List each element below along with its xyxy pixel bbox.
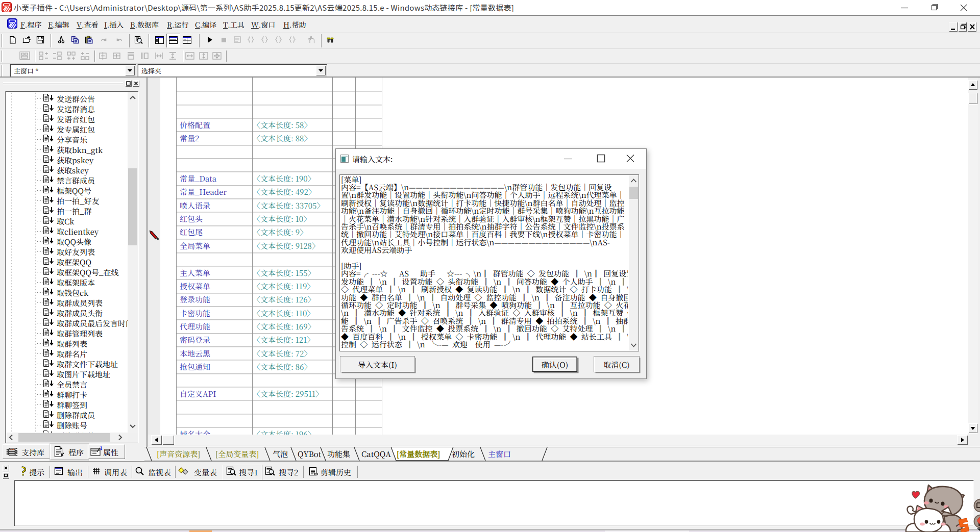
svg-text:1: 1: [100, 446, 103, 451]
